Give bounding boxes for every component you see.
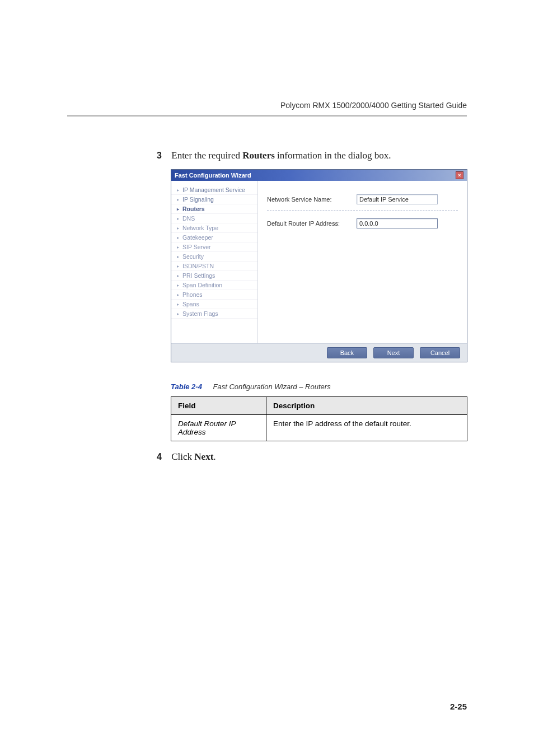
chevron-right-icon: ▸ [177,273,179,278]
step-text-after: . [213,451,216,462]
sidebar-item-gatekeeper[interactable]: ▸Gatekeeper [171,233,257,242]
sidebar-item-label: Network Type [182,225,218,231]
sidebar-item-routers[interactable]: ▸Routers [171,204,257,214]
sidebar-item-label: Span Definition [182,282,222,288]
wizard-sidebar: ▸IP Management Service ▸IP Signaling ▸Ro… [171,181,258,343]
wizard-footer: Back Next Cancel [171,343,467,362]
step-bold: Next [194,451,213,462]
back-button[interactable]: Back [327,347,367,358]
sidebar-item-label: PRI Settings [182,272,215,279]
sidebar-item-label: System Flags [182,310,218,317]
wizard-title: Fast Configuration Wizard [175,172,251,179]
sidebar-item-label: Spans [182,301,199,307]
sidebar-item-dns[interactable]: ▸DNS [171,214,257,223]
service-name-input [357,194,438,204]
sidebar-item-label: Phones [182,291,203,298]
chevron-right-icon: ▸ [177,207,179,212]
cell-desc: Enter the IP address of the default rout… [266,415,467,441]
cancel-button[interactable]: Cancel [420,347,460,358]
chevron-right-icon: ▸ [177,292,179,297]
sidebar-item-label: Routers [182,206,205,212]
router-ip-input[interactable] [357,218,438,228]
sidebar-item-ip-signaling[interactable]: ▸IP Signaling [171,195,257,204]
sidebar-item-label: ISDN/PSTN [182,263,214,269]
step-text-before: Enter the required [171,150,242,161]
col-description: Description [266,397,467,415]
sidebar-item-label: Gatekeeper [182,234,213,241]
step-bold: Routers [242,150,275,161]
chevron-right-icon: ▸ [177,254,179,259]
page-number: 2-25 [450,702,467,711]
sidebar-item-span-definition[interactable]: ▸Span Definition [171,281,257,290]
sidebar-item-label: IP Signaling [182,196,214,203]
sidebar-item-network-type[interactable]: ▸Network Type [171,223,257,233]
wizard-titlebar: Fast Configuration Wizard × [171,170,467,181]
step-number: 4 [157,452,169,462]
step-3: 3 Enter the required Routers information… [157,150,467,161]
sidebar-item-phones[interactable]: ▸Phones [171,290,257,300]
sidebar-item-label: SIP Server [182,244,211,250]
chevron-right-icon: ▸ [177,283,179,288]
table-title: Fast Configuration Wizard – Routers [213,382,331,391]
sidebar-item-label: DNS [182,215,195,222]
sidebar-item-pri-settings[interactable]: ▸PRI Settings [171,271,257,281]
chevron-right-icon: ▸ [177,197,179,202]
separator [267,210,458,211]
sidebar-item-spans[interactable]: ▸Spans [171,300,257,309]
router-ip-label: Default Router IP Address: [267,220,345,227]
chevron-right-icon: ▸ [177,264,179,269]
chevron-right-icon: ▸ [177,188,179,193]
chevron-right-icon: ▸ [177,245,179,250]
step-text-after: information in the dialog box. [275,150,391,161]
service-name-label: Network Service Name: [267,196,345,203]
close-icon[interactable]: × [456,171,463,179]
table-caption: Table 2-4 Fast Configuration Wizard – Ro… [171,382,467,391]
chevron-right-icon: ▸ [177,226,179,231]
step-4: 4 Click Next. [157,451,467,463]
step-number: 3 [157,151,169,161]
page-header: Polycom RMX 1500/2000/4000 Getting Start… [67,101,467,116]
sidebar-item-sip-server[interactable]: ▸SIP Server [171,242,257,252]
chevron-right-icon: ▸ [177,311,179,316]
col-field: Field [171,397,266,415]
sidebar-item-security[interactable]: ▸Security [171,252,257,262]
chevron-right-icon: ▸ [177,302,179,307]
chevron-right-icon: ▸ [177,216,179,221]
table-row: Default Router IP Address Enter the IP a… [171,415,467,441]
sidebar-item-label: IP Management Service [182,186,245,193]
sidebar-item-ip-management[interactable]: ▸IP Management Service [171,185,257,195]
next-button[interactable]: Next [373,347,414,358]
table-number: Table 2-4 [171,382,202,391]
sidebar-item-label: Security [182,253,204,260]
cell-field: Default Router IP Address [171,415,266,441]
step-text-before: Click [171,451,194,462]
fields-table: Field Description Default Router IP Addr… [171,396,467,441]
wizard-dialog: Fast Configuration Wizard × ▸IP Manageme… [171,169,467,362]
chevron-right-icon: ▸ [177,235,179,240]
sidebar-item-isdn-pstn[interactable]: ▸ISDN/PSTN [171,262,257,271]
wizard-content: Network Service Name: Default Router IP … [258,181,467,343]
sidebar-item-system-flags[interactable]: ▸System Flags [171,309,257,319]
